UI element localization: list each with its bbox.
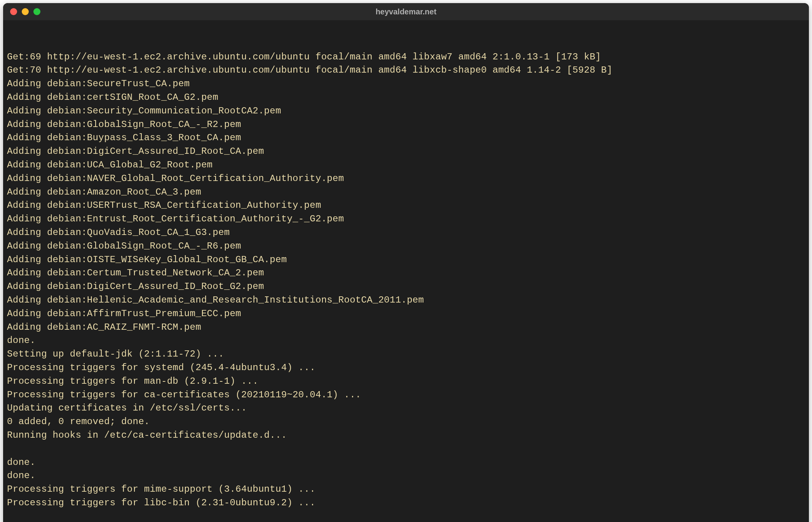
- terminal-line: Setting up default-jdk (2:1.11-72) ...: [7, 348, 805, 361]
- terminal-line: 0 added, 0 removed; done.: [7, 415, 805, 429]
- terminal-line: [7, 442, 805, 456]
- terminal-line: Adding debian:Buypass_Class_3_Root_CA.pe…: [7, 131, 805, 145]
- terminal-line: Processing triggers for ca-certificates …: [7, 388, 805, 402]
- terminal-line: Adding debian:USERTrust_RSA_Certificatio…: [7, 199, 805, 212]
- window-controls: [10, 8, 40, 15]
- terminal-line: done.: [7, 456, 805, 470]
- terminal-line: Processing triggers for mime-support (3.…: [7, 483, 805, 496]
- terminal-line: Get:69 http://eu-west-1.ec2.archive.ubun…: [7, 50, 805, 64]
- window-title: heyvaldemar.net: [376, 7, 437, 16]
- terminal-line: Processing triggers for man-db (2.9.1-1)…: [7, 375, 805, 388]
- terminal-line: Adding debian:Hellenic_Academic_and_Rese…: [7, 294, 805, 307]
- terminal-line: Adding debian:NAVER_Global_Root_Certific…: [7, 172, 805, 186]
- terminal-line: done.: [7, 469, 805, 483]
- terminal-line: done.: [7, 334, 805, 348]
- terminal-line: Adding debian:Security_Communication_Roo…: [7, 104, 805, 118]
- terminal-line: Updating certificates in /etc/ssl/certs.…: [7, 402, 805, 415]
- terminal-window: heyvaldemar.net Get:69 http://eu-west-1.…: [3, 3, 809, 522]
- terminal-line: Adding debian:AffirmTrust_Premium_ECC.pe…: [7, 307, 805, 321]
- terminal-line: Adding debian:QuoVadis_Root_CA_1_G3.pem: [7, 226, 805, 240]
- terminal-line: Adding debian:DigiCert_Assured_ID_Root_G…: [7, 280, 805, 294]
- minimize-button[interactable]: [22, 8, 29, 15]
- terminal-line: Adding debian:AC_RAIZ_FNMT-RCM.pem: [7, 321, 805, 334]
- terminal-body[interactable]: Get:69 http://eu-west-1.ec2.archive.ubun…: [3, 20, 809, 522]
- terminal-line: Adding debian:DigiCert_Assured_ID_Root_C…: [7, 145, 805, 158]
- titlebar: heyvaldemar.net: [3, 3, 809, 20]
- terminal-output: Get:69 http://eu-west-1.ec2.archive.ubun…: [7, 50, 805, 510]
- terminal-line: Running hooks in /etc/ca-certificates/up…: [7, 429, 805, 442]
- terminal-line: Adding debian:certSIGN_Root_CA_G2.pem: [7, 91, 805, 104]
- terminal-line: Adding debian:Certum_Trusted_Network_CA_…: [7, 266, 805, 280]
- terminal-line: Processing triggers for systemd (245.4-4…: [7, 361, 805, 375]
- close-button[interactable]: [10, 8, 17, 15]
- terminal-line: Get:70 http://eu-west-1.ec2.archive.ubun…: [7, 64, 805, 77]
- terminal-line: Adding debian:SecureTrust_CA.pem: [7, 77, 805, 91]
- maximize-button[interactable]: [33, 8, 40, 15]
- terminal-line: Adding debian:OISTE_WISeKey_Global_Root_…: [7, 253, 805, 267]
- terminal-line: Adding debian:GlobalSign_Root_CA_-_R6.pe…: [7, 240, 805, 253]
- terminal-line: Adding debian:Entrust_Root_Certification…: [7, 212, 805, 226]
- terminal-line: Adding debian:UCA_Global_G2_Root.pem: [7, 158, 805, 172]
- terminal-line: Adding debian:GlobalSign_Root_CA_-_R2.pe…: [7, 118, 805, 132]
- terminal-line: Adding debian:Amazon_Root_CA_3.pem: [7, 186, 805, 199]
- terminal-line: Processing triggers for libc-bin (2.31-0…: [7, 496, 805, 510]
